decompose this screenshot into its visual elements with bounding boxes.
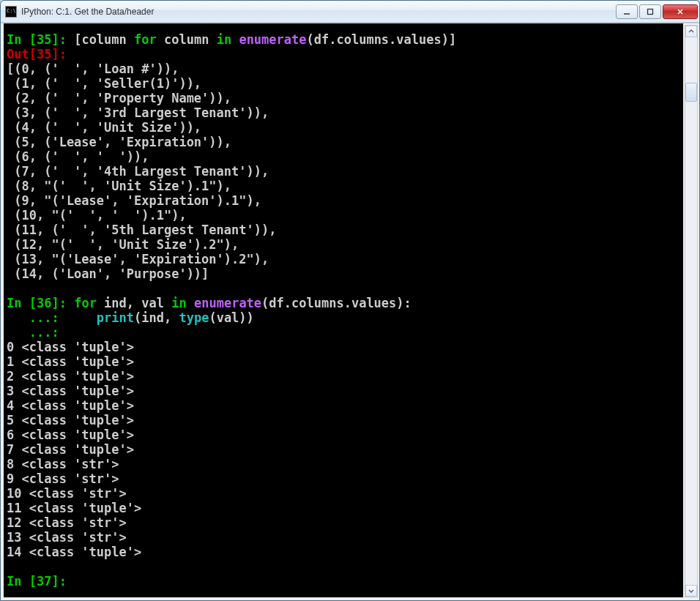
- out-line: (6, (' ', ' ')),: [7, 149, 149, 164]
- out-line: 8 <class 'str'>: [7, 457, 119, 471]
- out-line: (8, "(' ', 'Unit Size').1"),: [7, 179, 231, 193]
- out-line: (3, (' ', '3rd Largest Tenant')),: [7, 105, 269, 120]
- in-prompt: In: [7, 32, 29, 47]
- out-line: (4, (' ', 'Unit Size')),: [7, 120, 201, 135]
- out-line: 0 <class 'tuple'>: [7, 340, 134, 354]
- out-line: 10 <class 'str'>: [7, 486, 127, 501]
- terminal-area: In [35]: [column for column in enumerate…: [1, 23, 699, 600]
- maximize-icon: [647, 8, 654, 15]
- minimize-button[interactable]: [616, 4, 638, 19]
- titlebar[interactable]: IPython: C:1. Get the Data/header: [1, 1, 699, 23]
- out-line: (9, "('Lease', 'Expiration').1"),: [7, 193, 261, 208]
- out-line: 7 <class 'tuple'>: [7, 442, 134, 457]
- out-line: (5, ('Lease', 'Expiration')),: [7, 135, 231, 149]
- out-line: (14, ('Loan', 'Purpose'))]: [7, 266, 209, 281]
- window-controls: [616, 4, 698, 19]
- scroll-up-button[interactable]: [685, 26, 697, 37]
- out-line: 14 <class 'tuple'>: [7, 545, 141, 559]
- out-line: 5 <class 'tuple'>: [7, 413, 134, 428]
- scroll-thumb[interactable]: [685, 83, 697, 102]
- out-line: 2 <class 'tuple'>: [7, 369, 134, 384]
- vertical-scrollbar[interactable]: [685, 25, 698, 597]
- out-line: [(0, (' ', 'Loan #')),: [7, 61, 179, 76]
- out-line: 12 <class 'str'>: [7, 515, 127, 530]
- maximize-button[interactable]: [639, 4, 661, 19]
- continuation-prompt: ...:: [7, 325, 59, 340]
- out-line: 6 <class 'tuple'>: [7, 428, 134, 442]
- out-line: 4 <class 'tuple'>: [7, 398, 134, 413]
- close-button[interactable]: [663, 4, 698, 19]
- minimize-icon: [623, 8, 630, 15]
- out-line: (1, (' ', 'Seller(1)')),: [7, 76, 201, 91]
- console-window: IPython: C:1. Get the Data/header In [35…: [0, 0, 700, 601]
- continuation-prompt: ...:: [7, 310, 59, 325]
- out-line: (10, "(' ', ' ').1"),: [7, 208, 187, 223]
- out-prompt: Out: [7, 47, 29, 61]
- window-title: IPython: C:1. Get the Data/header: [21, 7, 616, 17]
- chevron-up-icon: [688, 29, 694, 34]
- out-line: 13 <class 'str'>: [7, 530, 127, 545]
- scroll-down-button[interactable]: [685, 585, 697, 597]
- out-line: 11 <class 'tuple'>: [7, 501, 141, 515]
- close-icon: [677, 8, 684, 15]
- app-icon: [5, 6, 17, 18]
- out-line: (7, (' ', '4th Largest Tenant')),: [7, 164, 269, 179]
- out-line: (13, "('Lease', 'Expiration').2"),: [7, 252, 269, 266]
- out-line: 1 <class 'tuple'>: [7, 354, 134, 369]
- in-prompt: In: [7, 296, 29, 310]
- out-line: (2, (' ', 'Property Name')),: [7, 91, 231, 105]
- svg-rect-1: [648, 9, 653, 14]
- terminal-output[interactable]: In [35]: [column for column in enumerate…: [4, 23, 683, 597]
- out-line: 9 <class 'str'>: [7, 471, 119, 486]
- in-prompt: In: [7, 574, 29, 589]
- out-line: (12, "(' ', 'Unit Size').2"),: [7, 237, 239, 252]
- chevron-down-icon: [688, 588, 694, 594]
- out-line: 3 <class 'tuple'>: [7, 384, 134, 398]
- out-line: (11, (' ', '5th Largest Tenant')),: [7, 223, 276, 237]
